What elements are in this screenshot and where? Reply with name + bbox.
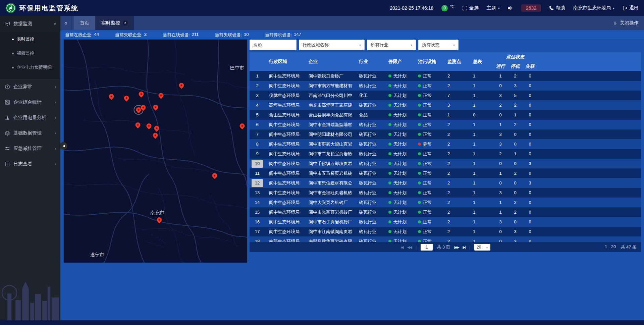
table-row[interactable]: 6 阆中生态环境局 阆中市金博瑞新型墙材 砖瓦行业 无计划 bbox=[250, 120, 641, 129]
theme-dropdown[interactable]: 主题 ▾ bbox=[487, 5, 500, 11]
table-row[interactable]: 17 阆中生态环境局 阆中市江南镇阆南页岩 砖瓦行业 无计划 bbox=[250, 227, 641, 236]
cell-total-meter: 1 bbox=[469, 122, 493, 127]
sidebar-item-video-monitoring[interactable]: 视频监控 bbox=[0, 46, 60, 60]
cell-company: 营山县润丰肉食品有限 bbox=[305, 112, 355, 118]
sidebar-item-data-monitoring[interactable]: 数据监测 ∨ bbox=[0, 16, 60, 32]
cell-lost: 0 bbox=[523, 132, 537, 137]
stat-label: 当前停机设备: bbox=[265, 32, 292, 38]
cell-stop: 3 bbox=[508, 229, 523, 234]
sidebar-item-power-load-detail[interactable]: 企业电力负荷明细 bbox=[0, 60, 60, 74]
status-filter-select[interactable]: 所有状态 ▾ bbox=[418, 40, 459, 50]
cell-industry: 砖瓦行业 bbox=[355, 170, 384, 176]
close-icon[interactable]: × bbox=[123, 20, 128, 25]
table-row[interactable]: 5 营山生态环境局 营山县润丰肉食品有限 食品 无计划 bbox=[250, 110, 641, 120]
status-dot bbox=[418, 172, 421, 175]
map-collapse-button[interactable]: ◀ bbox=[60, 142, 67, 150]
map-canvas[interactable]: 巴中市 南充市 遂宁市 bbox=[64, 40, 247, 263]
table-row[interactable]: 2 阆中生态环境局 阆中市南方节能建材有 砖瓦行业 无计划 bbox=[250, 81, 641, 91]
stat-item: 当前失联设备: 10 bbox=[215, 32, 249, 38]
tab-realtime-monitoring[interactable]: 实时监控 × bbox=[95, 16, 134, 30]
cell-company: 阆中市二龙长宝页岩砖 bbox=[305, 151, 355, 157]
cell-company: 西南油气田分公司川中 bbox=[305, 93, 355, 99]
status-dot bbox=[418, 220, 421, 223]
cell-facility-status: 正常 bbox=[414, 122, 443, 128]
menu-label: 企业异常 bbox=[13, 84, 52, 90]
cell-facility-status: 正常 bbox=[414, 209, 443, 215]
stat-label: 当前失联设备: bbox=[215, 32, 242, 38]
fullscreen-button[interactable]: 全屏 bbox=[463, 5, 479, 11]
industry-filter-select[interactable]: 所有行业 ▾ bbox=[367, 40, 416, 50]
cell-total-meter: 1 bbox=[469, 93, 493, 98]
cell-lost: 0 bbox=[523, 142, 537, 147]
table-row[interactable]: 16 阆中生态环境局 阆中市石子页岩机砖厂 砖瓦行业 无计划 bbox=[250, 217, 641, 227]
cell-region: 仪陇生态环境局 bbox=[265, 93, 305, 99]
table-row[interactable]: 15 阆中生态环境局 阆中市光富页岩机砖厂 砖瓦行业 无计划 bbox=[250, 207, 641, 217]
cell-total-meter: 1 bbox=[469, 103, 493, 108]
header-point-status-group: 点位状态 bbox=[493, 52, 537, 62]
table-row[interactable]: 10 阆中生态环境局 阆中千佛镇五郎垭页岩 砖瓦行业 无计划 bbox=[250, 159, 641, 168]
cell-region: 阆中生态环境局 bbox=[265, 180, 305, 186]
page-number-input[interactable] bbox=[421, 244, 433, 251]
alarm-count-badge[interactable]: 2632 bbox=[521, 4, 541, 12]
table-row[interactable]: 7 阆中生态环境局 阆中明阳建材有限公司 砖瓦行业 无计划 bbox=[250, 129, 641, 139]
sidebar-item-log-view[interactable]: 日志查看 ‹ bbox=[0, 156, 60, 172]
sidebar-item-enterprise-statistics[interactable]: 企业综合统计 ‹ bbox=[0, 95, 60, 110]
table-row[interactable]: 3 仪陇生态环境局 西南油气田分公司川中 化工 无计划 bbox=[250, 91, 641, 100]
stat-item: 当前停机设备: 147 bbox=[265, 32, 301, 38]
cell-run: 2 bbox=[493, 103, 508, 108]
cell-production-status: 无计划 bbox=[384, 102, 414, 108]
org-dropdown[interactable]: 南充市生态环境局 ▾ bbox=[573, 5, 614, 11]
header-facility: 治污设施 bbox=[414, 52, 443, 71]
table-row[interactable]: 4 高坪生态环境局 南充市高坪区王家店建 砖瓦行业 无计划 bbox=[250, 100, 641, 110]
table-row[interactable]: 1 阆中生态环境局 阆中强锐页岩砖厂 砖瓦行业 无计划 bbox=[250, 71, 641, 81]
status-dot bbox=[418, 94, 421, 97]
table-row[interactable]: 11 阆中生态环境局 阆中市五马桥页岩机砖 砖瓦行业 无计划 bbox=[250, 168, 641, 178]
cell-production-status: 无计划 bbox=[384, 170, 414, 176]
main-area: « 首页 实时监控 × » 关闭操作 当前在线企业: bbox=[60, 16, 644, 320]
announcement-button[interactable] bbox=[508, 6, 513, 10]
status-dot bbox=[418, 104, 421, 107]
sidebar-item-basic-data[interactable]: 基础数据管理 ‹ bbox=[0, 125, 60, 141]
table-row[interactable]: 9 阆中生态环境局 阆中市二龙长宝页岩砖 砖瓦行业 无计划 bbox=[250, 149, 641, 159]
name-filter-input[interactable] bbox=[250, 40, 297, 50]
sidebar-item-realtime-monitoring[interactable]: 实时监控 bbox=[0, 32, 60, 46]
last-page-button[interactable]: ▶| bbox=[463, 245, 465, 250]
cell-index: 17 bbox=[250, 228, 265, 236]
warning-circle-icon bbox=[5, 84, 10, 90]
sidebar-item-emergency-reduction[interactable]: 应急减排管理 ‹ bbox=[0, 141, 60, 156]
stat-item: 当前失联企业: 3 bbox=[115, 32, 147, 38]
cell-run: 0 bbox=[493, 180, 508, 185]
table-row[interactable]: 12 阆中生态环境局 阆中市忠信建材有限公 砖瓦行业 无计划 bbox=[250, 178, 641, 188]
help-button[interactable]: 帮助 bbox=[549, 5, 565, 11]
table-row[interactable]: 18 南部生态环境局 南部县建华页岩砖有限 砖瓦行业 无计划 bbox=[250, 236, 641, 242]
cell-run: 1 bbox=[493, 73, 508, 78]
logout-button[interactable]: 退出 bbox=[623, 5, 639, 11]
next-page-button[interactable]: ▶▶ bbox=[454, 245, 459, 250]
cell-company: 阆中强锐页岩砖厂 bbox=[305, 73, 355, 79]
pagination-bar: |◀ ◀◀ | 共 3 页 ▶▶ ▶| | 20 ▾ bbox=[250, 242, 641, 252]
cell-production-status: 无计划 bbox=[384, 93, 414, 99]
close-operations-dropdown[interactable]: » 关闭操作 bbox=[614, 20, 644, 26]
cell-region: 营山生态环境局 bbox=[265, 112, 305, 118]
divider: | bbox=[469, 245, 470, 250]
tab-home[interactable]: 首页 bbox=[74, 16, 95, 30]
status-dot bbox=[388, 74, 391, 77]
stat-item: 当前在线设备: 211 bbox=[163, 32, 199, 38]
table-row[interactable]: 13 阆中生态环境局 阆中市金福旺页岩机砖 砖瓦行业 无计划 bbox=[250, 188, 641, 198]
cell-monitor-points: 2 bbox=[443, 219, 469, 224]
menu-label: 应急减排管理 bbox=[13, 146, 52, 152]
cell-facility-status: 正常 bbox=[414, 229, 443, 235]
cell-production-status: 无计划 bbox=[384, 73, 414, 79]
page-size-select[interactable]: 20 ▾ bbox=[474, 244, 490, 251]
cell-company: 阆中市金博瑞新型墙材 bbox=[305, 122, 355, 128]
table-row[interactable]: 8 阆中生态环境局 阆中市枣碧大梁山页岩 砖瓦行业 无计划 bbox=[250, 139, 641, 149]
prev-page-button[interactable]: ◀◀ bbox=[407, 245, 412, 250]
header-production: 停限产 bbox=[384, 52, 414, 71]
sidebar-item-power-analysis[interactable]: 企业用电量分析 ‹ bbox=[0, 110, 60, 125]
status-dot bbox=[388, 181, 391, 184]
sidebar-item-enterprise-anomaly[interactable]: 企业异常 ‹ bbox=[0, 79, 60, 95]
first-page-button[interactable]: |◀ bbox=[400, 245, 403, 250]
region-filter-select[interactable]: 行政区域名称 ▾ bbox=[299, 40, 365, 50]
tabs-scroll-left-button[interactable]: « bbox=[60, 16, 72, 30]
table-row[interactable]: 14 阆中生态环境局 阆中大兴页岩机砖厂 砖瓦行业 无计划 bbox=[250, 198, 641, 207]
